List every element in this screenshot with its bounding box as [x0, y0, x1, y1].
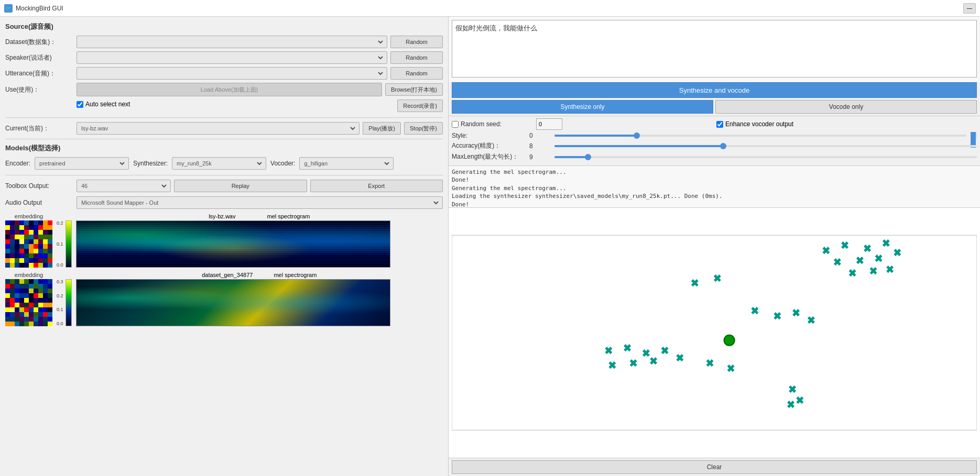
maxlength-row: MaxLength(最大句长)： 9 — [452, 152, 977, 161]
svg-text:×: × — [870, 265, 877, 276]
play-button[interactable]: Play(播放) — [363, 122, 401, 135]
current-dropdown[interactable]: lsy-bz.wav — [77, 122, 360, 135]
auto-select-label: Auto select next — [85, 101, 130, 108]
maxlength-slider-track[interactable] — [554, 156, 977, 158]
audio-output-select[interactable]: Microsoft Sound Mapper - Out — [79, 199, 440, 206]
svg-text:×: × — [650, 355, 657, 367]
maxlength-value: 9 — [529, 153, 550, 161]
colorbar1-mid: 0.1 — [57, 241, 63, 247]
enhance-checkbox[interactable] — [716, 121, 723, 128]
colorbar2-mid1: 0.2 — [57, 293, 63, 298]
svg-text:×: × — [823, 245, 830, 256]
spectrogram-block-2: dataset_gen_34877 mel spectrogram — [76, 272, 443, 326]
models-section: Models(模型选择) Encoder: pretrained Synthes… — [5, 139, 443, 170]
svg-text:×: × — [630, 357, 637, 369]
synth-only-button[interactable]: Synthesize only — [452, 100, 713, 114]
svg-text:×: × — [857, 254, 863, 266]
colorbar-1 — [66, 220, 72, 268]
clear-button[interactable]: Clear — [452, 460, 977, 474]
encoder-row: Encoder: pretrained Synthesizer: my_run8… — [5, 157, 443, 170]
tts-text-input[interactable] — [452, 20, 977, 78]
dataset-random-button[interactable]: Random — [390, 36, 443, 48]
speaker-dropdown[interactable] — [77, 51, 387, 64]
file2-name: dataset_gen_34877 — [202, 272, 253, 278]
encoder-dropdown[interactable]: pretrained — [35, 157, 129, 170]
auto-select-checkbox[interactable] — [77, 101, 83, 108]
replay-button[interactable]: Replay — [174, 180, 307, 192]
speaker-select[interactable] — [79, 54, 385, 61]
right-panel: Synthesize and vocode Synthesize only Vo… — [448, 17, 980, 476]
dataset-dropdown[interactable] — [77, 36, 387, 48]
audio-output-dropdown[interactable]: Microsoft Sound Mapper - Out — [77, 196, 443, 209]
left-panel: Source(源音频) Dataset(数据集)： Random Speaker… — [0, 17, 448, 476]
toolbox-select[interactable]: 46 — [79, 182, 168, 190]
dataset-label: Dataset(数据集)： — [5, 38, 73, 47]
svg-text:×: × — [728, 362, 734, 374]
app-icon: 🐦 — [4, 4, 13, 13]
spec1-label: mel spectrogram — [267, 213, 310, 219]
synth-vocode-button[interactable]: Synthesize and vocode — [452, 82, 977, 98]
embedding-block-1: embedding — [5, 213, 52, 268]
vocoder-select[interactable]: g_hifigan — [302, 160, 391, 167]
svg-text:×: × — [895, 247, 901, 258]
use-row: Use(使用)： Load Above(加载上面) Browse(打开本地) — [5, 83, 443, 96]
vocode-only-button[interactable]: Vocode only — [715, 100, 977, 114]
utterance-dropdown[interactable] — [77, 67, 387, 80]
minimize-button[interactable]: — — [963, 3, 976, 14]
synthesizer-select[interactable]: my_run8_25k — [175, 160, 264, 167]
accuracy-value: 8 — [529, 142, 550, 150]
svg-text:×: × — [887, 263, 893, 275]
style-row: Style: 0 — [452, 132, 977, 139]
auto-select-checkbox-row: Auto select next — [77, 101, 130, 108]
svg-text:×: × — [876, 252, 882, 264]
enhance-label: Enhance vocoder output — [725, 120, 793, 128]
text-area-container — [449, 17, 980, 82]
svg-text:×: × — [662, 345, 668, 356]
viz-row-1: embedding 0.2 0.1 0.0 lsy-bz.wav mel spe… — [5, 213, 443, 268]
random-seed-checkbox[interactable] — [452, 121, 459, 128]
speaker-random-button[interactable]: Random — [390, 51, 443, 64]
log-line-1: Generating the mel spectrogram... — [452, 168, 977, 176]
vocoder-dropdown[interactable]: g_hifigan — [299, 157, 394, 170]
accuracy-label: Accuracy(精度)： — [452, 141, 525, 150]
synthesizer-dropdown[interactable]: my_run8_25k — [172, 157, 266, 170]
file1-name: lsy-bz.wav — [209, 213, 235, 219]
embedding-label-1: embedding — [15, 213, 43, 219]
svg-rect-0 — [452, 235, 977, 430]
toolbox-section: Toolbox Output: 46 Replay Export — [5, 175, 443, 192]
log-line-3: Generating the mel spectrogram... — [452, 184, 977, 192]
colorbar1-max: 0.2 — [57, 220, 63, 226]
speaker-label: Speaker(说话者) — [5, 53, 73, 62]
accuracy-slider-track[interactable] — [554, 145, 977, 147]
browse-button[interactable]: Browse(打开本地) — [385, 83, 443, 96]
spectrogram-1 — [76, 220, 390, 268]
source-title: Source(源音频) — [5, 22, 443, 31]
colorbar1-min: 0.0 — [57, 262, 63, 268]
colorbar2-min: 0.0 — [57, 321, 63, 326]
utterance-label: Utterance(音频)： — [5, 69, 73, 78]
spec2-label: mel spectrogram — [274, 272, 317, 278]
toolbox-label: Toolbox Output: — [5, 182, 73, 190]
synth-buttons: Synthesize and vocode Synthesize only Vo… — [449, 82, 980, 116]
record-button[interactable]: Record(录音) — [397, 99, 443, 112]
spectrogram-block-1: lsy-bz.wav mel spectrogram — [76, 213, 443, 268]
export-button[interactable]: Export — [310, 180, 443, 192]
embedding-canvas-2 — [5, 279, 52, 326]
current-select[interactable]: lsy-bz.wav — [79, 125, 357, 132]
svg-text:×: × — [793, 307, 799, 318]
log-line-4: Loading the synthesizer synthesizer\save… — [452, 192, 977, 200]
stop-button[interactable]: Stop(暂停) — [404, 122, 443, 135]
svg-text:×: × — [624, 342, 630, 353]
use-label: Use(使用)： — [5, 85, 73, 94]
colorbar2-mid2: 0.1 — [57, 307, 63, 312]
load-above-button[interactable]: Load Above(加载上面) — [77, 83, 382, 96]
style-slider-track[interactable] — [554, 135, 966, 137]
utterance-random-button[interactable]: Random — [390, 67, 443, 80]
toolbox-dropdown[interactable]: 46 — [77, 180, 171, 192]
utterance-select[interactable] — [79, 70, 385, 77]
title-bar-left: 🐦 MockingBird GUI — [4, 4, 63, 13]
encoder-select[interactable]: pretrained — [37, 160, 126, 167]
random-seed-input[interactable] — [536, 118, 562, 130]
audio-output-section: Audio Output Microsoft Sound Mapper - Ou… — [5, 196, 443, 209]
dataset-select[interactable] — [79, 38, 385, 46]
